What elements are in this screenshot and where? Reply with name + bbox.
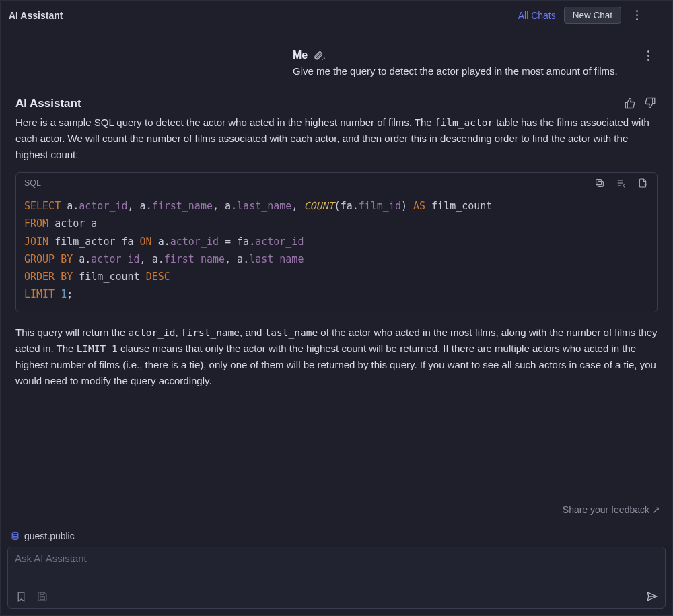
attach-context-icon[interactable] [313, 50, 328, 61]
prompt-input[interactable]: Ask AI Assistant [7, 547, 666, 609]
svg-rect-3 [40, 592, 44, 594]
save-icon[interactable] [36, 590, 48, 603]
svg-rect-1 [596, 180, 602, 185]
thumbs-up-icon[interactable] [624, 97, 637, 110]
context-chip[interactable]: guest.public [7, 528, 666, 547]
app-root: AI Assistant All Chats New Chat Me Giv [0, 0, 673, 616]
code-language-label: SQL [24, 178, 41, 188]
prompt-placeholder: Ask AI Assistant [15, 553, 658, 588]
assistant-author-label: AI Assistant [15, 97, 81, 110]
assistant-intro-text: Here is a sample SQL query to detect the… [15, 114, 658, 163]
user-message-text: Give me the query to detect the actor pl… [293, 64, 656, 78]
feedback-row: Share your feedback↗ [1, 502, 672, 522]
external-link-icon: ↗ [652, 504, 660, 515]
user-message-more-icon[interactable] [647, 50, 656, 61]
svg-rect-2 [40, 597, 45, 600]
all-chats-link[interactable]: All Chats [518, 10, 556, 21]
create-file-icon[interactable] [637, 177, 649, 189]
thumbs-down-icon[interactable] [644, 97, 658, 110]
code-content[interactable]: SELECT a.actor_id, a.first_name, a.last_… [16, 193, 657, 312]
user-message: Me Give me the query to detect the actor… [1, 30, 672, 90]
code-block: SQL SELECT a.actor_id, a.first_name, a.l… [15, 172, 658, 312]
svg-rect-0 [598, 182, 603, 187]
panel-title: AI Assistant [9, 10, 63, 21]
assistant-outro-text: This query will return the actor_id, fir… [15, 324, 658, 389]
assistant-message: AI Assistant Here is a sample SQL query … [1, 90, 672, 403]
copy-code-icon[interactable] [594, 177, 606, 189]
new-chat-button[interactable]: New Chat [564, 7, 621, 24]
user-author-label: Me [293, 49, 308, 61]
bookmark-icon[interactable] [15, 590, 27, 603]
chat-scroll-area[interactable]: Me Give me the query to detect the actor… [1, 30, 672, 502]
insert-at-caret-icon[interactable] [615, 177, 627, 189]
header-bar: AI Assistant All Chats New Chat [1, 1, 672, 30]
context-label: guest.public [24, 531, 75, 541]
share-feedback-link[interactable]: Share your feedback↗ [563, 504, 660, 515]
input-footer: guest.public Ask AI Assistant [1, 522, 672, 615]
database-icon [10, 531, 20, 541]
minimize-icon[interactable] [652, 7, 664, 24]
more-options-icon[interactable] [631, 7, 643, 24]
send-icon[interactable] [646, 590, 658, 603]
